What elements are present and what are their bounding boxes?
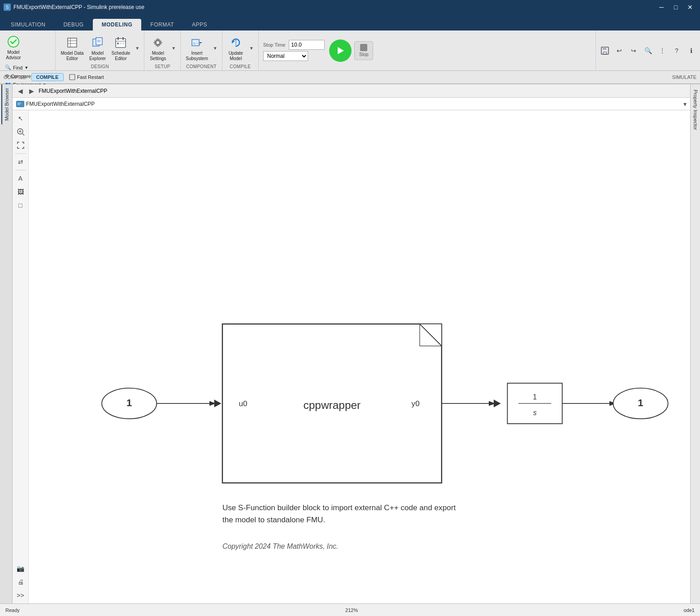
svg-point-17 <box>156 41 160 44</box>
toolbar-undo-icon[interactable]: ↩ <box>613 44 626 57</box>
insert-subsystem-icon: u→y <box>190 35 204 50</box>
svg-text:the model to standalone FMU.: the model to standalone FMU. <box>222 516 325 524</box>
svg-text:1: 1 <box>533 393 537 401</box>
right-sidebar: Property Inspector <box>690 84 700 603</box>
close-button[interactable]: ✕ <box>684 2 696 12</box>
sidebar-tab-model-browser[interactable]: Model Browser <box>1 84 11 124</box>
app-icon: S <box>4 4 11 11</box>
svg-text:1: 1 <box>638 397 643 408</box>
model-advisor-icon <box>6 35 21 49</box>
find-label: Find <box>13 65 22 70</box>
tool-zoom-fit[interactable] <box>14 126 27 138</box>
find-button[interactable]: 🔍 Find ▼ <box>3 64 30 71</box>
compile-button[interactable]: COMPILE <box>31 73 64 81</box>
toolbar-more-icon[interactable]: ⋮ <box>656 44 669 57</box>
update-model-button[interactable]: UpdateModel <box>225 34 247 63</box>
update-model-icon <box>229 35 243 50</box>
tab-format[interactable]: FORMAT <box>141 19 183 30</box>
toolbar-bottom: COMPILE COMPILE Fast Restart SIMULATE <box>0 71 700 84</box>
svg-text:cppwrapper: cppwrapper <box>304 399 361 411</box>
tool-separator-2 <box>15 170 26 170</box>
insert-subsystem-button[interactable]: u→y InsertSubsystem <box>183 34 210 63</box>
stop-time-input[interactable] <box>289 40 325 50</box>
sidebar-tab-property-inspector[interactable]: Property Inspector <box>691 84 700 135</box>
svg-rect-6 <box>96 38 102 45</box>
tab-debug[interactable]: DEBUG <box>54 19 92 30</box>
fast-restart-label: Fast Restart <box>77 74 104 80</box>
model-advisor-button[interactable]: ModelAdvisor <box>3 33 24 62</box>
toolbar-help-icon[interactable]: ? <box>670 44 683 57</box>
fast-restart-icon <box>69 74 75 80</box>
svg-rect-1 <box>68 38 77 47</box>
svg-rect-15 <box>122 43 124 44</box>
toolbar-redo-icon[interactable]: ↪ <box>627 44 640 57</box>
compile-buttons: UpdateModel ▼ <box>225 32 256 64</box>
nav-forward-button[interactable]: ▶ <box>27 87 36 95</box>
model-advisor-label: ModelAdvisor <box>6 50 21 61</box>
model-explorer-icon <box>91 35 105 50</box>
evaluate-buttons: ModelAdvisor <box>3 32 52 63</box>
run-button[interactable] <box>329 39 352 62</box>
tool-cursor[interactable]: ↖ <box>14 112 27 125</box>
model-settings-label: ModelSettings <box>150 51 166 61</box>
left-sidebar: Model Browser <box>0 84 13 603</box>
stop-label: Stop <box>359 52 369 57</box>
tab-simulation[interactable]: SIMULATION <box>2 19 54 30</box>
tab-modeling[interactable]: MODELING <box>93 19 142 30</box>
left-tool-panel: ↖ ⇄ A 🖼 □ 📷 🖨 >> <box>13 110 29 603</box>
setup-group-label: SETUP <box>147 64 178 70</box>
tool-fit-to-screen[interactable] <box>14 139 27 152</box>
address-bar: ◀ ▶ FMUExportWithExternalCPP <box>13 84 690 98</box>
tool-rectangle[interactable]: □ <box>14 199 27 212</box>
toolbar-save-icon[interactable] <box>599 44 611 57</box>
toolbar-group-compile: UpdateModel ▼ COMPILE <box>222 30 259 70</box>
compile-group-label: COMPILE <box>225 64 256 70</box>
svg-text:Copyright 2024 The MathWorks, : Copyright 2024 The MathWorks, Inc. <box>222 542 339 550</box>
update-model-label: UpdateModel <box>229 51 243 61</box>
tool-text[interactable]: A <box>14 172 27 185</box>
tab-bar: SIMULATION DEBUG MODELING FORMAT APPS <box>0 14 700 30</box>
compile-more-button[interactable]: ▼ <box>248 45 255 52</box>
toolbar-group-component: u→y InsertSubsystem ▼ COMPONENT <box>181 30 222 70</box>
svg-text:u→y: u→y <box>193 41 200 45</box>
nav-back-button[interactable]: ◀ <box>16 87 25 95</box>
path-dropdown-button[interactable]: ▾ <box>683 100 687 108</box>
simulate-group-label: SIMULATE <box>672 74 696 80</box>
stop-button[interactable]: Stop <box>354 41 373 60</box>
model-explorer-button[interactable]: ModelExplorer <box>87 34 109 63</box>
status-text: Ready <box>5 607 20 613</box>
component-more-button[interactable]: ▼ <box>212 45 218 52</box>
setup-more-button[interactable]: ▼ <box>170 45 177 52</box>
stop-icon <box>360 44 367 51</box>
svg-point-0 <box>8 36 19 47</box>
svg-rect-12 <box>122 37 124 40</box>
design-more-button[interactable]: ▼ <box>134 45 140 52</box>
svg-rect-13 <box>117 43 119 44</box>
model-settings-button[interactable]: ModelSettings <box>147 34 169 63</box>
schedule-editor-label: ScheduleEditor <box>112 51 130 61</box>
tool-camera[interactable]: 📷 <box>14 562 27 575</box>
toolbar-right-icons: ↩ ↪ 🔍 ⋮ ? ℹ <box>596 30 700 70</box>
fast-restart-section: Fast Restart <box>69 74 104 80</box>
svg-text:u0: u0 <box>239 399 248 408</box>
solver-text: ode1 <box>684 607 695 613</box>
tool-image[interactable]: 🖼 <box>14 186 27 198</box>
toolbar-group-design: Model DataEditor ModelExplorer <box>56 30 144 70</box>
diagram-area[interactable]: 1 u0 y0 cppwrapper 1 s <box>29 110 690 603</box>
model-data-editor-button[interactable]: Model DataEditor <box>58 34 86 63</box>
maximize-button[interactable]: □ <box>670 2 682 12</box>
toolbar-top: ModelAdvisor 🔍 Find ▼ ⊜ COMPILE Compare … <box>0 30 700 71</box>
model-settings-icon <box>151 35 165 50</box>
tab-apps[interactable]: APPS <box>183 19 216 30</box>
toolbar-search-icon[interactable]: 🔍 <box>642 44 654 57</box>
svg-text:y0: y0 <box>412 399 420 408</box>
simulate-section: Stop Time Normal Stop <box>259 30 596 70</box>
tool-arrows[interactable]: ⇄ <box>14 156 27 168</box>
tool-print[interactable]: 🖨 <box>14 576 27 588</box>
toolbar-info-icon[interactable]: ℹ <box>685 44 697 57</box>
tool-more[interactable]: >> <box>14 589 27 602</box>
minimize-button[interactable]: ─ <box>655 2 668 12</box>
title-bar: S FMUExportWithExternalCPP - Simulink pr… <box>0 0 700 14</box>
mode-select[interactable]: Normal <box>263 51 308 61</box>
schedule-editor-button[interactable]: ScheduleEditor <box>109 34 133 63</box>
